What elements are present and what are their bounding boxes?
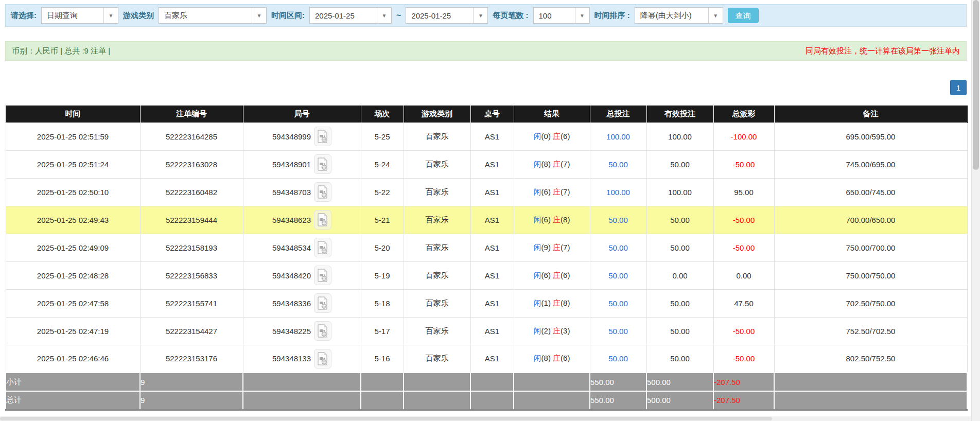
cell-payout: 0.00 <box>713 261 774 289</box>
game-category-select[interactable]: 百家乐 ▼ <box>159 7 267 24</box>
col-header-total-bet: 总投注 <box>590 106 646 122</box>
cell-valid-bet: 50.00 <box>646 317 713 345</box>
video-replay-icon[interactable] <box>314 293 331 313</box>
cell-total-bet: 50.00 <box>590 234 646 261</box>
table-row[interactable]: 2025-01-25 02:46:46 522223153176 5943481… <box>6 345 967 373</box>
cell-game-category: 百家乐 <box>404 345 470 373</box>
table-row[interactable]: 2025-01-25 02:48:28 522223156833 5943484… <box>6 261 967 289</box>
per-page-select[interactable]: 100 ▼ <box>533 7 590 24</box>
cell-time: 2025-01-25 02:47:19 <box>6 317 140 345</box>
chevron-down-icon[interactable]: ▼ <box>575 8 589 23</box>
cell-payout: -50.00 <box>713 317 774 345</box>
query-type-value: 日期查询 <box>42 11 103 21</box>
cell-bet-id: 522223154427 <box>140 317 243 345</box>
cell-note: 650.00/745.00 <box>774 178 967 206</box>
table-row[interactable]: 2025-01-25 02:51:24 522223163028 5943489… <box>6 150 967 178</box>
page-1-button[interactable]: 1 <box>950 80 967 95</box>
chevron-down-icon[interactable]: ▼ <box>473 8 487 23</box>
per-page-label: 每页笔数 : <box>493 11 528 21</box>
video-replay-icon[interactable] <box>314 349 331 369</box>
horizontal-scrollbar[interactable] <box>0 416 971 421</box>
round-id-text: 594348999 <box>272 132 311 141</box>
video-replay-icon[interactable] <box>314 266 331 285</box>
col-header-session: 场次 <box>361 106 404 122</box>
col-header-bet-id: 注单编号 <box>140 106 243 122</box>
total-valid-bet: 500.00 <box>646 391 713 410</box>
banker-points: (7) <box>561 243 570 252</box>
video-replay-icon[interactable] <box>314 127 331 146</box>
date-from-select[interactable]: 2025-01-25 ▼ <box>309 7 392 24</box>
cell-bet-id: 522223160482 <box>140 178 243 206</box>
cell-table-no: AS1 <box>470 122 514 150</box>
cell-note: 700.00/650.00 <box>774 206 967 234</box>
round-id-text: 594348336 <box>272 299 311 308</box>
select-type-label: 请选择: <box>11 11 37 21</box>
vertical-scrollbar-thumb[interactable] <box>973 0 979 170</box>
chevron-down-icon[interactable]: ▼ <box>708 8 723 23</box>
query-button[interactable]: 查询 <box>728 8 759 23</box>
cell-time: 2025-01-25 02:49:09 <box>6 234 140 261</box>
cell-payout: -50.00 <box>713 234 774 261</box>
player-points: (8) <box>541 160 551 168</box>
sort-order-select[interactable]: 降幂(由大到小) ▼ <box>635 7 723 24</box>
table-row[interactable]: 2025-01-25 02:50:10 522223160482 5943487… <box>6 178 967 206</box>
video-replay-icon[interactable] <box>314 182 331 202</box>
cell-note: 745.00/695.00 <box>774 150 967 178</box>
cell-round-id: 594348534 <box>243 234 361 261</box>
player-result-label: 闲 <box>534 271 541 279</box>
video-replay-icon[interactable] <box>314 210 331 230</box>
cell-game-category: 百家乐 <box>404 206 470 234</box>
chevron-down-icon[interactable]: ▼ <box>377 8 391 23</box>
bet-records-table: 时间 注单编号 局号 场次 游戏类别 桌号 结果 总投注 有效投注 总派彩 备注… <box>5 106 968 411</box>
player-result-label: 闲 <box>534 243 541 252</box>
cell-time: 2025-01-25 02:51:24 <box>6 150 140 178</box>
total-label: 总计 <box>6 391 140 410</box>
vertical-scrollbar[interactable] <box>971 0 980 421</box>
summary-info-bar: 币别：人民币 | 总共 :9 注单 | 同局有效投注，统一计算在该局第一张注单内 <box>5 41 967 61</box>
cell-round-id: 594348999 <box>243 122 361 150</box>
round-id-text: 594348420 <box>272 271 311 280</box>
cell-time: 2025-01-25 02:46:46 <box>6 345 140 373</box>
table-row[interactable]: 2025-01-25 02:47:19 522223154427 5943482… <box>6 317 967 345</box>
video-replay-icon[interactable] <box>314 321 331 341</box>
banker-points: (6) <box>561 354 570 362</box>
horizontal-scrollbar-thumb[interactable] <box>0 417 772 420</box>
chevron-down-icon[interactable]: ▼ <box>103 8 118 23</box>
table-row[interactable]: 2025-01-25 02:49:43 522223159444 5943486… <box>6 206 967 234</box>
cell-bet-id: 522223163028 <box>140 150 243 178</box>
date-to-value: 2025-01-25 <box>406 11 473 20</box>
banker-points: (7) <box>561 160 570 168</box>
cell-total-bet: 50.00 <box>590 150 646 178</box>
cell-session: 5-20 <box>361 234 404 261</box>
banker-points: (8) <box>561 299 570 307</box>
table-row[interactable]: 2025-01-25 02:51:59 522223164285 5943489… <box>6 122 967 150</box>
cell-game-category: 百家乐 <box>404 178 470 206</box>
player-points: (9) <box>541 243 551 252</box>
cell-table-no: AS1 <box>470 289 514 317</box>
col-header-payout: 总派彩 <box>713 106 774 122</box>
subtotal-valid-bet: 500.00 <box>646 373 713 391</box>
table-row[interactable]: 2025-01-25 02:49:09 522223158193 5943485… <box>6 234 967 261</box>
cell-round-id: 594348901 <box>243 150 361 178</box>
player-result-label: 闲 <box>534 215 541 224</box>
cell-bet-id: 522223156833 <box>140 261 243 289</box>
date-to-select[interactable]: 2025-01-25 ▼ <box>406 7 488 24</box>
cell-round-id: 594348336 <box>243 289 361 317</box>
cell-note: 750.00/700.00 <box>774 234 967 261</box>
table-row[interactable]: 2025-01-25 02:47:58 522223155741 5943483… <box>6 289 967 317</box>
cell-session: 5-25 <box>361 122 404 150</box>
video-replay-icon[interactable] <box>314 154 331 174</box>
cell-round-id: 594348703 <box>243 178 361 206</box>
player-points: (0) <box>541 132 551 141</box>
query-type-select[interactable]: 日期查询 ▼ <box>41 7 118 24</box>
cell-note: 802.50/752.50 <box>774 345 967 373</box>
video-replay-icon[interactable] <box>314 238 331 257</box>
cell-bet-id: 522223155741 <box>140 289 243 317</box>
cell-valid-bet: 50.00 <box>646 150 713 178</box>
chevron-down-icon[interactable]: ▼ <box>252 8 266 23</box>
cell-table-no: AS1 <box>470 345 514 373</box>
player-points: (1) <box>541 299 551 307</box>
banker-result-label: 庄 <box>553 215 561 224</box>
cell-session: 5-19 <box>361 261 404 289</box>
game-category-value: 百家乐 <box>159 11 252 21</box>
